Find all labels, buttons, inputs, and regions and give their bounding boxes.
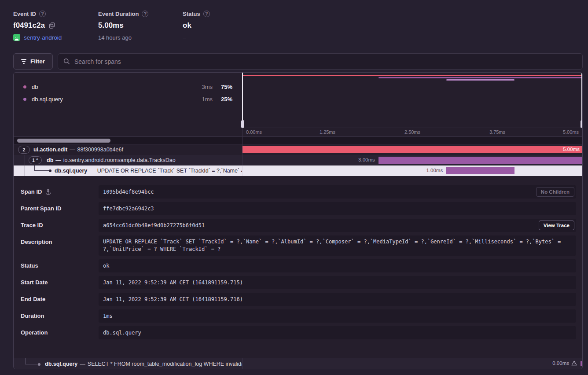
span-description: UPDATE OR REPLACE `Track` SET `TrackId` … (97, 168, 243, 174)
chevron-up-icon: ^ (36, 158, 38, 162)
op-duration: 1ms (188, 96, 213, 103)
search-input[interactable] (74, 58, 577, 65)
event-age: 14 hours ago (98, 34, 148, 41)
android-icon (13, 34, 20, 41)
detail-label: Status (21, 262, 38, 269)
help-icon[interactable]: ? (203, 11, 210, 17)
span-bar[interactable] (379, 157, 582, 164)
scrollbar-thumb[interactable] (17, 139, 110, 143)
detail-value: Jan 11, 2022 9:52:39 AM CET (1641891159.… (99, 276, 576, 289)
detail-label: Description (21, 239, 52, 245)
axis-tick-label: 2.50ms (404, 129, 420, 135)
status-sub: – (183, 34, 210, 41)
detail-row-span-id: Span ID 1095bd4ef8e94bcc No Children (21, 185, 576, 199)
minimap-handle-right[interactable] (581, 73, 582, 128)
span-op: db.sql.query (55, 168, 87, 174)
span-duration-label: 0.00ms (552, 360, 569, 366)
filter-button-label: Filter (30, 58, 45, 65)
op-name: db (32, 84, 188, 90)
span-description: SELECT * FROM room_table_modification_lo… (88, 361, 243, 367)
span-description: io.sentry.android.roomsample.data.Tracks… (63, 157, 176, 163)
event-duration-field: Event Duration ? 5.00ms 14 hours ago (98, 11, 148, 41)
axis-tick-label: 3.75ms (489, 129, 505, 135)
detail-row-duration: Duration 1ms (21, 309, 576, 323)
project-link[interactable]: sentry-android (24, 34, 62, 41)
minimap-handle-left[interactable] (242, 73, 243, 128)
span-duration-label: 3.00ms (358, 157, 375, 162)
span-description: 88f300998a0b4e6f (77, 147, 123, 153)
span-op: db (47, 157, 53, 163)
detail-value: ok (99, 259, 576, 272)
detail-row-status: Status ok (21, 259, 576, 272)
span-toggle-badge[interactable]: 1^ (29, 156, 42, 164)
minimap-span-line (446, 79, 514, 81)
status-value: ok (183, 21, 191, 30)
detail-label: Operation (21, 329, 48, 336)
detail-label: Duration (21, 312, 44, 319)
op-color-dot (23, 85, 26, 88)
event-id-label: Event ID (13, 11, 36, 17)
detail-label: Start Date (21, 279, 48, 286)
help-icon[interactable]: ? (39, 11, 46, 17)
filter-button[interactable]: Filter (13, 53, 53, 70)
minimap-span-line (379, 77, 582, 78)
detail-value: UPDATE OR REPLACE `Track` SET `TrackId` … (99, 235, 576, 256)
time-axis: 0.00ms 1.25ms 2.50ms 3.75ms 5.00ms (243, 128, 582, 136)
view-trace-button[interactable]: View Trace (539, 221, 574, 230)
op-percentage: 75% (213, 84, 232, 90)
span-tree-row-ui-action-edit[interactable]: 2 ui.action.edit — 88f300998a0b4e6f 5.00… (14, 144, 582, 155)
op-name: db.sql.query (32, 96, 188, 103)
span-op: db.sql.query (45, 361, 77, 367)
event-duration-label: Event Duration (98, 11, 139, 17)
detail-label: Span ID (21, 188, 42, 195)
minimap-canvas (243, 73, 582, 128)
span-tree-row-db-sql-query-selected[interactable]: db.sql.query — UPDATE OR REPLACE `Track`… (14, 165, 582, 176)
detail-row-operation: Operation db.sql.query (21, 326, 576, 339)
detail-row-end-date: End Date Jan 11, 2022 9:52:39 AM CET (16… (21, 293, 576, 306)
span-duration-label: 5.00ms (563, 147, 580, 152)
span-detail-page: Event ID ? f0491c2a sentry-android (0, 0, 588, 375)
event-id-value: f0491c2a (13, 21, 45, 30)
detail-value: a654cc61dc0b48ef9d0b27275b6f0d51 View Tr… (99, 219, 576, 232)
span-duration-label: 1.00ms (426, 168, 443, 173)
horizontal-scrollbar (14, 137, 582, 144)
anchor-icon[interactable] (45, 189, 51, 195)
span-tree-row-db[interactable]: 1^ db — io.sentry.android.roomsample.dat… (14, 155, 582, 165)
detail-row-parent-span-id: Parent Span ID ffe7dbc92a6942c3 (21, 202, 576, 215)
detail-label: Parent Span ID (21, 205, 61, 212)
warning-icon (571, 360, 577, 366)
span-count-badge[interactable]: 2 (18, 146, 30, 154)
detail-row-description: Description UPDATE OR REPLACE `Track` SE… (21, 235, 576, 256)
detail-value: Jan 11, 2022 9:52:39 AM CET (1641891159.… (99, 293, 576, 306)
op-color-dot (23, 98, 26, 101)
status-field: Status ? ok – (183, 11, 210, 41)
zero-duration-tick (581, 361, 582, 366)
tree-connector-dot (38, 363, 40, 366)
legend-row-db-sql-query[interactable]: db.sql.query 1ms 25% (14, 93, 242, 105)
span-bar[interactable] (243, 146, 582, 153)
search-icon (63, 58, 70, 65)
filter-icon (21, 59, 26, 64)
detail-label: End Date (21, 296, 45, 302)
tree-connector-dot (49, 169, 51, 172)
detail-value: ffe7dbc92a6942c3 (99, 202, 576, 215)
span-details-panel: Span ID 1095bd4ef8e94bcc No Children Par… (14, 176, 582, 358)
help-icon[interactable]: ? (142, 11, 148, 17)
detail-value: 1095bd4ef8e94bcc No Children (99, 185, 576, 199)
legend-row-db[interactable]: db 3ms 75% (14, 81, 242, 93)
spans-panel: db 3ms 75% db.sql.query 1ms 25% (13, 72, 583, 369)
op-legend: db 3ms 75% db.sql.query 1ms 25% (14, 73, 243, 136)
copy-icon[interactable] (49, 22, 55, 29)
detail-value: 1ms (99, 309, 576, 323)
event-id-field: Event ID ? f0491c2a sentry-android (13, 11, 62, 41)
trace-minimap[interactable]: 0.00ms 1.25ms 2.50ms 3.75ms 5.00ms (243, 73, 582, 136)
axis-tick-label: 1.25ms (320, 129, 335, 135)
span-op: ui.action.edit (33, 147, 67, 153)
span-tree-row-db-sql-query-select[interactable]: db.sql.query — SELECT * FROM room_table_… (14, 358, 582, 369)
span-bar[interactable] (446, 167, 514, 174)
minimap-span-line (243, 75, 582, 76)
search-box (58, 53, 583, 70)
detail-row-start-date: Start Date Jan 11, 2022 9:52:39 AM CET (… (21, 276, 576, 289)
status-label: Status (183, 11, 200, 17)
detail-value: db.sql.query (99, 326, 576, 339)
